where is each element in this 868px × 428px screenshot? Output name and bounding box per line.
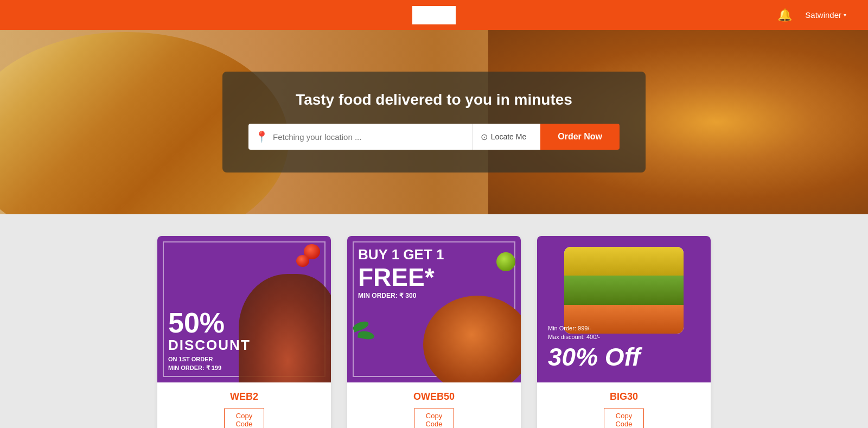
location-pin-icon: 📍 <box>255 130 269 143</box>
offer-min-label: MIN ORDER: ₹ 300 <box>358 292 510 299</box>
navbar-right: 🔔 Satwinder ▾ <box>777 8 846 22</box>
offer-footer-1: WEB2 CopyCode <box>157 382 331 428</box>
offer-banner-3: Min Order: 999/- Max discount: 400/- 30%… <box>537 236 711 382</box>
offer-code-1: WEB2 <box>166 391 322 403</box>
locate-me-button[interactable]: ⊙ Locate Me <box>473 124 534 150</box>
bell-icon[interactable]: 🔔 <box>777 8 792 22</box>
offer-sub-1: ON 1ST ORDER <box>168 356 320 362</box>
offer-card-3: Min Order: 999/- Max discount: 400/- 30%… <box>537 236 711 428</box>
locate-me-label: Locate Me <box>491 132 526 141</box>
offer-text-1: 50% DISCOUNT ON 1ST ORDER MIN ORDER: ₹ 1… <box>168 309 320 372</box>
offer-banner-2: BUY 1 GET 1 FREE* MIN ORDER: ₹ 300 <box>347 236 521 382</box>
locate-icon: ⊙ <box>481 132 488 142</box>
offer-30-label: 30% Off <box>548 342 700 372</box>
tomatoes-decoration <box>282 244 320 277</box>
copy-code-button-3[interactable]: CopyCode <box>604 408 643 428</box>
navbar-logo-area <box>412 6 456 24</box>
navbar-logo[interactable] <box>412 6 456 24</box>
hero-background: Tasty food delivered to you in minutes 📍… <box>0 30 868 214</box>
offer-footer-2: OWEB50 CopyCode <box>347 382 521 428</box>
copy-code-button-1[interactable]: CopyCode <box>224 408 264 428</box>
chevron-down-icon: ▾ <box>844 12 846 18</box>
order-now-button[interactable]: Order Now <box>540 124 620 150</box>
offer-percent: 50% <box>168 309 320 337</box>
user-menu[interactable]: Satwinder ▾ <box>805 10 846 20</box>
offers-section: 50% DISCOUNT ON 1ST ORDER MIN ORDER: ₹ 1… <box>0 214 868 428</box>
offer-sub-2: MIN ORDER: ₹ 199 <box>168 365 320 372</box>
hero-overlay: Tasty food delivered to you in minutes 📍… <box>222 72 646 173</box>
copy-code-button-2[interactable]: CopyCode <box>414 408 454 428</box>
offers-row: 50% DISCOUNT ON 1ST ORDER MIN ORDER: ₹ 1… <box>0 236 868 428</box>
hero-title: Tasty food delivered to you in minutes <box>248 91 620 108</box>
navbar: 🔔 Satwinder ▾ <box>0 0 868 30</box>
offer-max-discount: Max discount: 400/- <box>548 334 700 340</box>
basil-decoration <box>353 322 374 339</box>
curry-bowl-image <box>423 296 521 382</box>
hero-section: Tasty food delivered to you in minutes 📍… <box>0 30 868 214</box>
offer-banner-1: 50% DISCOUNT ON 1ST ORDER MIN ORDER: ₹ 1… <box>157 236 331 382</box>
location-input[interactable] <box>273 132 468 142</box>
basil-leaf-1 <box>352 320 370 332</box>
user-name-label: Satwinder <box>805 10 841 20</box>
offer-min-order: Min Order: 999/- <box>548 325 700 331</box>
offer-card-2: BUY 1 GET 1 FREE* MIN ORDER: ₹ 300 OWEB5… <box>347 236 521 428</box>
tray-yellow <box>564 247 684 276</box>
tray-green <box>564 276 684 304</box>
location-input-wrap: 📍 ⊙ Locate Me <box>248 124 540 150</box>
tomato-2 <box>296 255 309 267</box>
offer-free-label: FREE* <box>358 263 510 292</box>
hero-search-row: 📍 ⊙ Locate Me Order Now <box>248 124 620 150</box>
basil-leaf-2 <box>358 330 375 341</box>
offer-discount-label: DISCOUNT <box>168 337 320 354</box>
offer-card-1: 50% DISCOUNT ON 1ST ORDER MIN ORDER: ₹ 1… <box>157 236 331 428</box>
offer-footer-3: BIG30 CopyCode <box>537 382 711 428</box>
offer-buy1-label: BUY 1 GET 1 <box>358 247 510 263</box>
offer-code-3: BIG30 <box>546 391 702 403</box>
offer-code-2: OWEB50 <box>356 391 512 403</box>
food-tray-image <box>564 247 684 334</box>
